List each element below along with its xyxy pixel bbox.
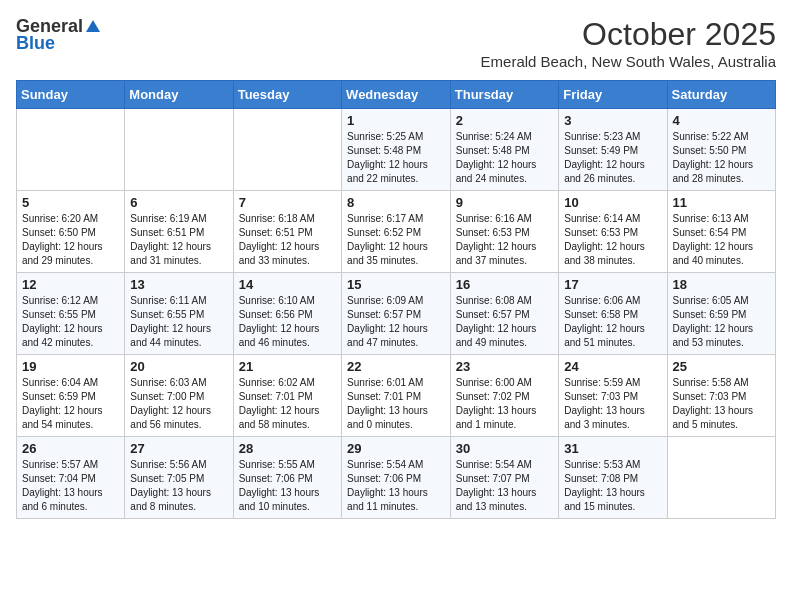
day-info: Sunrise: 6:02 AM Sunset: 7:01 PM Dayligh… [239,376,336,432]
week-row-2: 5Sunrise: 6:20 AM Sunset: 6:50 PM Daylig… [17,191,776,273]
day-info: Sunrise: 6:00 AM Sunset: 7:02 PM Dayligh… [456,376,553,432]
day-cell: 28Sunrise: 5:55 AM Sunset: 7:06 PM Dayli… [233,437,341,519]
day-info: Sunrise: 6:06 AM Sunset: 6:58 PM Dayligh… [564,294,661,350]
logo-blue: Blue [16,33,55,54]
day-cell: 27Sunrise: 5:56 AM Sunset: 7:05 PM Dayli… [125,437,233,519]
day-cell: 23Sunrise: 6:00 AM Sunset: 7:02 PM Dayli… [450,355,558,437]
day-info: Sunrise: 6:09 AM Sunset: 6:57 PM Dayligh… [347,294,445,350]
day-cell: 6Sunrise: 6:19 AM Sunset: 6:51 PM Daylig… [125,191,233,273]
day-number: 18 [673,277,771,292]
day-number: 28 [239,441,336,456]
day-cell: 29Sunrise: 5:54 AM Sunset: 7:06 PM Dayli… [342,437,451,519]
day-number: 3 [564,113,661,128]
day-cell [125,109,233,191]
page-header: General Blue October 2025 Emerald Beach,… [16,16,776,70]
day-info: Sunrise: 5:22 AM Sunset: 5:50 PM Dayligh… [673,130,771,186]
day-cell: 21Sunrise: 6:02 AM Sunset: 7:01 PM Dayli… [233,355,341,437]
logo-icon [84,18,102,36]
day-cell: 18Sunrise: 6:05 AM Sunset: 6:59 PM Dayli… [667,273,776,355]
day-number: 29 [347,441,445,456]
day-cell: 17Sunrise: 6:06 AM Sunset: 6:58 PM Dayli… [559,273,667,355]
title-area: October 2025 Emerald Beach, New South Wa… [481,16,776,70]
day-info: Sunrise: 5:56 AM Sunset: 7:05 PM Dayligh… [130,458,227,514]
day-number: 30 [456,441,553,456]
day-cell: 3Sunrise: 5:23 AM Sunset: 5:49 PM Daylig… [559,109,667,191]
week-row-1: 1Sunrise: 5:25 AM Sunset: 5:48 PM Daylig… [17,109,776,191]
day-cell: 12Sunrise: 6:12 AM Sunset: 6:55 PM Dayli… [17,273,125,355]
day-number: 7 [239,195,336,210]
day-info: Sunrise: 6:13 AM Sunset: 6:54 PM Dayligh… [673,212,771,268]
day-cell: 31Sunrise: 5:53 AM Sunset: 7:08 PM Dayli… [559,437,667,519]
header-cell-wednesday: Wednesday [342,81,451,109]
day-number: 23 [456,359,553,374]
day-info: Sunrise: 5:53 AM Sunset: 7:08 PM Dayligh… [564,458,661,514]
day-number: 11 [673,195,771,210]
day-info: Sunrise: 5:23 AM Sunset: 5:49 PM Dayligh… [564,130,661,186]
day-number: 16 [456,277,553,292]
day-number: 17 [564,277,661,292]
day-number: 26 [22,441,119,456]
day-info: Sunrise: 6:10 AM Sunset: 6:56 PM Dayligh… [239,294,336,350]
day-number: 8 [347,195,445,210]
day-number: 1 [347,113,445,128]
calendar-table: SundayMondayTuesdayWednesdayThursdayFrid… [16,80,776,519]
day-cell [17,109,125,191]
header-cell-friday: Friday [559,81,667,109]
header-cell-saturday: Saturday [667,81,776,109]
day-number: 21 [239,359,336,374]
day-cell: 25Sunrise: 5:58 AM Sunset: 7:03 PM Dayli… [667,355,776,437]
day-info: Sunrise: 6:17 AM Sunset: 6:52 PM Dayligh… [347,212,445,268]
day-cell: 9Sunrise: 6:16 AM Sunset: 6:53 PM Daylig… [450,191,558,273]
day-cell: 2Sunrise: 5:24 AM Sunset: 5:48 PM Daylig… [450,109,558,191]
day-info: Sunrise: 6:05 AM Sunset: 6:59 PM Dayligh… [673,294,771,350]
day-number: 10 [564,195,661,210]
day-info: Sunrise: 5:57 AM Sunset: 7:04 PM Dayligh… [22,458,119,514]
month-title: October 2025 [481,16,776,53]
day-info: Sunrise: 6:16 AM Sunset: 6:53 PM Dayligh… [456,212,553,268]
day-cell: 14Sunrise: 6:10 AM Sunset: 6:56 PM Dayli… [233,273,341,355]
day-number: 9 [456,195,553,210]
day-number: 13 [130,277,227,292]
day-cell: 16Sunrise: 6:08 AM Sunset: 6:57 PM Dayli… [450,273,558,355]
day-cell: 4Sunrise: 5:22 AM Sunset: 5:50 PM Daylig… [667,109,776,191]
day-cell: 19Sunrise: 6:04 AM Sunset: 6:59 PM Dayli… [17,355,125,437]
day-number: 31 [564,441,661,456]
day-info: Sunrise: 5:25 AM Sunset: 5:48 PM Dayligh… [347,130,445,186]
day-info: Sunrise: 6:19 AM Sunset: 6:51 PM Dayligh… [130,212,227,268]
day-cell [667,437,776,519]
day-cell: 22Sunrise: 6:01 AM Sunset: 7:01 PM Dayli… [342,355,451,437]
day-info: Sunrise: 6:04 AM Sunset: 6:59 PM Dayligh… [22,376,119,432]
day-cell: 24Sunrise: 5:59 AM Sunset: 7:03 PM Dayli… [559,355,667,437]
day-number: 6 [130,195,227,210]
day-number: 2 [456,113,553,128]
location-title: Emerald Beach, New South Wales, Australi… [481,53,776,70]
day-info: Sunrise: 5:54 AM Sunset: 7:06 PM Dayligh… [347,458,445,514]
day-info: Sunrise: 6:08 AM Sunset: 6:57 PM Dayligh… [456,294,553,350]
day-cell: 8Sunrise: 6:17 AM Sunset: 6:52 PM Daylig… [342,191,451,273]
day-number: 20 [130,359,227,374]
day-cell: 26Sunrise: 5:57 AM Sunset: 7:04 PM Dayli… [17,437,125,519]
day-cell: 15Sunrise: 6:09 AM Sunset: 6:57 PM Dayli… [342,273,451,355]
day-number: 5 [22,195,119,210]
day-cell: 7Sunrise: 6:18 AM Sunset: 6:51 PM Daylig… [233,191,341,273]
day-number: 12 [22,277,119,292]
day-number: 14 [239,277,336,292]
day-info: Sunrise: 5:55 AM Sunset: 7:06 PM Dayligh… [239,458,336,514]
day-number: 15 [347,277,445,292]
day-number: 27 [130,441,227,456]
day-cell: 13Sunrise: 6:11 AM Sunset: 6:55 PM Dayli… [125,273,233,355]
svg-marker-0 [86,20,100,32]
day-info: Sunrise: 5:58 AM Sunset: 7:03 PM Dayligh… [673,376,771,432]
header-cell-sunday: Sunday [17,81,125,109]
day-cell: 30Sunrise: 5:54 AM Sunset: 7:07 PM Dayli… [450,437,558,519]
header-cell-tuesday: Tuesday [233,81,341,109]
day-info: Sunrise: 6:03 AM Sunset: 7:00 PM Dayligh… [130,376,227,432]
header-row: SundayMondayTuesdayWednesdayThursdayFrid… [17,81,776,109]
day-cell: 5Sunrise: 6:20 AM Sunset: 6:50 PM Daylig… [17,191,125,273]
day-info: Sunrise: 5:24 AM Sunset: 5:48 PM Dayligh… [456,130,553,186]
week-row-3: 12Sunrise: 6:12 AM Sunset: 6:55 PM Dayli… [17,273,776,355]
day-cell: 1Sunrise: 5:25 AM Sunset: 5:48 PM Daylig… [342,109,451,191]
day-number: 19 [22,359,119,374]
day-cell: 11Sunrise: 6:13 AM Sunset: 6:54 PM Dayli… [667,191,776,273]
day-number: 24 [564,359,661,374]
